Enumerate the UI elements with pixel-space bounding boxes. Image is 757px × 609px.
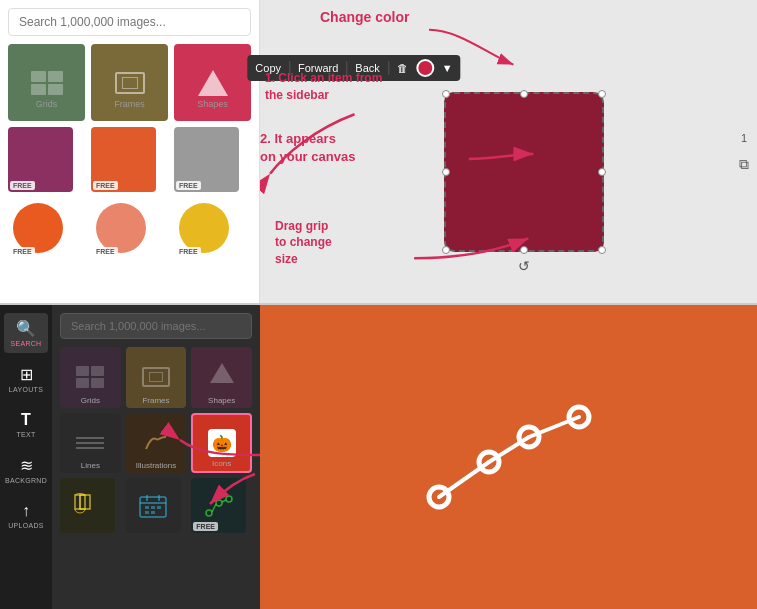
- nav-text-label: TEXT: [16, 431, 35, 438]
- grid-label-1: Grids: [8, 99, 85, 109]
- calendar-icon-svg: [137, 492, 169, 520]
- chart-icon: [409, 387, 609, 527]
- free-badge-7: FREE: [10, 247, 35, 256]
- free-badge-9: FREE: [176, 247, 201, 256]
- nav-uploads[interactable]: ↑ UPLOADS: [4, 496, 48, 535]
- grid-label-2: Frames: [91, 99, 168, 109]
- appears-canvas-annotation: 2. It appearson your canvas: [260, 130, 355, 166]
- item-label-grids: Grids: [60, 396, 121, 405]
- free-badge-diagram: FREE: [193, 522, 218, 531]
- grid-item-2[interactable]: Frames: [91, 44, 168, 121]
- click-sidebar-annotation: 1. Click an item fromthe sidebar: [265, 70, 382, 104]
- search-input-top[interactable]: [8, 8, 251, 36]
- grid-item-lines[interactable]: Lines: [60, 413, 121, 474]
- svg-point-16: [206, 510, 212, 516]
- item-label-shapes: Shapes: [191, 396, 252, 405]
- handle-tl[interactable]: [442, 90, 450, 98]
- handle-mr[interactable]: [598, 168, 606, 176]
- grid-item-8[interactable]: FREE: [91, 198, 151, 258]
- svg-line-23: [489, 437, 529, 462]
- grid-item-shapes[interactable]: Shapes: [191, 347, 252, 408]
- grid-item-book[interactable]: [60, 478, 115, 533]
- dropdown-arrow[interactable]: ▼: [442, 62, 453, 74]
- separator-3: [388, 61, 389, 75]
- change-color-annotation: Change color: [320, 8, 409, 26]
- grid-item-4[interactable]: FREE: [8, 127, 73, 192]
- sidebar-top: Grids Frames Shapes FREE FREE: [0, 0, 260, 303]
- grid-item-7[interactable]: FREE: [8, 198, 68, 258]
- free-badge-5: FREE: [93, 181, 118, 190]
- nav-text[interactable]: T TEXT: [4, 405, 48, 444]
- free-badge-8: FREE: [93, 247, 118, 256]
- handle-br[interactable]: [598, 246, 606, 254]
- canvas-top: Change color Copy Forward Back 🗑: [260, 0, 757, 303]
- grid-item-5[interactable]: FREE: [91, 127, 156, 192]
- search-input-bottom[interactable]: [60, 313, 252, 339]
- grid-item-9[interactable]: FREE: [174, 198, 234, 258]
- handle-tr[interactable]: [598, 90, 606, 98]
- main-container: Grids Frames Shapes FREE FREE: [0, 0, 757, 609]
- item-label-icons: Icons: [193, 459, 250, 468]
- nav-layouts[interactable]: ⊞ LAYOUTS: [4, 359, 48, 399]
- handle-bm[interactable]: [520, 246, 528, 254]
- page-number: 1: [741, 131, 747, 143]
- nav-background-label: BACKGRND: [5, 477, 47, 484]
- item-label-lines: Lines: [60, 461, 121, 470]
- top-grid: Grids Frames Shapes FREE FREE: [8, 44, 251, 258]
- grid-item-icons[interactable]: 🎃 Icons: [191, 413, 252, 474]
- free-badge-4: FREE: [10, 181, 35, 190]
- svg-point-17: [216, 500, 222, 506]
- svg-rect-13: [157, 506, 161, 509]
- right-tools: 1 ⧉: [739, 131, 749, 172]
- item-label-frames: Frames: [126, 396, 187, 405]
- grid-label-3: Shapes: [174, 99, 251, 109]
- search-icon: 🔍: [16, 319, 36, 338]
- nav-search-label: SEARCH: [11, 340, 42, 347]
- svg-line-20: [222, 500, 226, 502]
- svg-rect-11: [145, 506, 149, 509]
- diagram-icon-svg: [201, 491, 236, 521]
- handle-tm[interactable]: [520, 90, 528, 98]
- duplicate-icon[interactable]: ⧉: [739, 155, 749, 172]
- handle-bl[interactable]: [442, 246, 450, 254]
- book-icon-svg: [70, 491, 105, 521]
- canvas-element[interactable]: ↺: [444, 92, 604, 252]
- layouts-icon: ⊞: [20, 365, 33, 384]
- svg-line-19: [212, 504, 216, 512]
- grid-item-illustrations[interactable]: Illustrations: [126, 413, 187, 474]
- grid-item-3[interactable]: Shapes: [174, 44, 251, 121]
- bottom-grid: Grids Frames Shapes: [60, 347, 252, 473]
- uploads-icon: ↑: [22, 502, 30, 520]
- handle-ml[interactable]: [442, 168, 450, 176]
- grid-item-frames[interactable]: Frames: [126, 347, 187, 408]
- trash-icon[interactable]: 🗑: [397, 62, 408, 74]
- sidebar-content-bottom: Grids Frames Shapes: [52, 305, 260, 609]
- grid-item-diagram[interactable]: FREE: [191, 478, 246, 533]
- free-badge-6: FREE: [176, 181, 201, 190]
- grid-item-grids[interactable]: Grids: [60, 347, 121, 408]
- nav-uploads-label: UPLOADS: [8, 522, 44, 529]
- nav-search[interactable]: 🔍 SEARCH: [4, 313, 48, 353]
- rotate-handle[interactable]: ↺: [518, 258, 530, 274]
- bottom-grid-row3: FREE: [60, 478, 252, 533]
- grid-item-1[interactable]: Grids: [8, 44, 85, 121]
- grid-item-calendar[interactable]: [126, 478, 181, 533]
- text-icon: T: [21, 411, 31, 429]
- grid-item-6[interactable]: FREE: [174, 127, 239, 192]
- svg-rect-12: [151, 506, 155, 509]
- svg-point-18: [226, 496, 232, 502]
- color-picker-dot[interactable]: [416, 59, 434, 77]
- top-half: Grids Frames Shapes FREE FREE: [0, 0, 757, 305]
- drag-grip-annotation: Drag gripto changesize: [275, 218, 332, 268]
- svg-rect-14: [145, 511, 149, 514]
- svg-rect-15: [151, 511, 155, 514]
- illustrations-icon-svg: [141, 431, 171, 455]
- canvas-bottom: [260, 305, 757, 609]
- background-icon: ≋: [20, 456, 33, 475]
- bottom-half: 🔍 SEARCH ⊞ LAYOUTS T TEXT ≋ BACKGRND ↑: [0, 305, 757, 609]
- nav-layouts-label: LAYOUTS: [9, 386, 43, 393]
- item-label-illustrations: Illustrations: [126, 461, 187, 470]
- nav-icons: 🔍 SEARCH ⊞ LAYOUTS T TEXT ≋ BACKGRND ↑: [0, 305, 52, 609]
- nav-background[interactable]: ≋ BACKGRND: [4, 450, 48, 490]
- sidebar-bottom: 🔍 SEARCH ⊞ LAYOUTS T TEXT ≋ BACKGRND ↑: [0, 305, 260, 609]
